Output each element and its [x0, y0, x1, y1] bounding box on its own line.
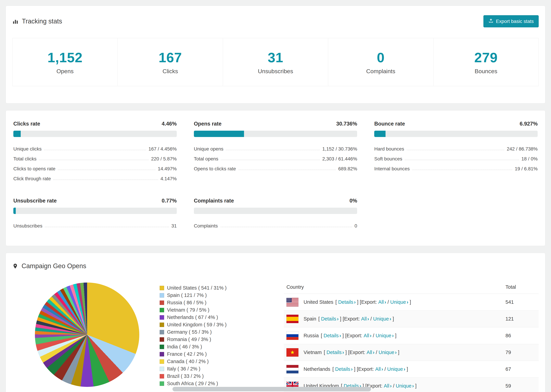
export-all-link[interactable]: All› — [364, 333, 372, 338]
rate-value: 6.927% — [520, 121, 538, 127]
export-unique-link[interactable]: Unique› — [390, 299, 409, 305]
legend-label: United States ( 541 / 31% ) — [167, 285, 226, 291]
export-icon — [488, 18, 494, 24]
export-all-link[interactable]: All› — [367, 350, 374, 355]
legend-label: Romania ( 49 / 3% ) — [167, 336, 211, 342]
bracket-text: [ — [318, 316, 320, 322]
legend-swatch — [160, 345, 164, 349]
rate-progress-bar — [194, 208, 357, 214]
country-name: United States — [304, 299, 333, 305]
export-label-text: ] [Export: — [340, 316, 360, 322]
export-all-link[interactable]: All› — [378, 299, 386, 305]
export-all-link[interactable]: All› — [375, 366, 383, 372]
details-link[interactable]: Details› — [326, 350, 344, 355]
bracket-text: ] — [393, 316, 394, 322]
chevron-right-icon: › — [384, 299, 386, 305]
legend-label: Italy ( 36 / 2% ) — [167, 366, 200, 372]
total-cell: 67 — [503, 361, 539, 378]
rate-head: Bounce rate6.927% — [374, 121, 538, 127]
dotted-leader — [221, 160, 320, 160]
export-label-text: ] [Export: — [354, 366, 374, 372]
legend-swatch — [160, 301, 164, 305]
country-cell: Russia[Details›] [Export:All›/Unique›] — [284, 327, 503, 344]
legend-item: Russia ( 86 / 5% ) — [160, 299, 245, 306]
tracking-stats-header: Tracking stats Export basic stats — [12, 15, 539, 27]
chevron-right-icon: › — [395, 350, 397, 355]
rate-head: Opens rate30.736% — [194, 121, 357, 127]
country-name: Russia — [304, 333, 319, 338]
bracket-text: ] — [398, 350, 399, 355]
stat-value: 279 — [474, 50, 498, 65]
bar-chart-icon — [12, 18, 19, 24]
legend-item: Vietnam ( 79 / 5% ) — [160, 306, 245, 314]
stat-value: 31 — [268, 50, 283, 65]
country-name: Netherlands — [304, 366, 330, 372]
details-link[interactable]: Details› — [324, 333, 341, 338]
stat-box: 1,152Opens — [12, 38, 118, 86]
geo-table-row: Russia[Details›] [Export:All›/Unique›]86 — [284, 327, 539, 344]
rates-grid: Clicks rate4.46%Unique clicks167 / 4.456… — [13, 121, 538, 229]
legend-label: France ( 42 / 2% ) — [167, 351, 207, 357]
dotted-leader — [53, 180, 158, 180]
rate-value: 4.46% — [162, 121, 177, 127]
stat-label: Bounces — [475, 68, 497, 75]
legend-swatch — [160, 381, 164, 386]
rate-value: 0% — [350, 198, 357, 204]
rate-row-value: 19 / 6.81% — [515, 166, 538, 172]
geo-pie-chart — [35, 283, 139, 387]
country-cell: Netherlands[Details›] [Export:All›/Uniqu… — [284, 361, 503, 378]
total-cell: 121 — [503, 311, 539, 327]
geo-title-text: Campaign Geo Opens — [21, 262, 86, 270]
legend-item: Italy ( 36 / 2% ) — [160, 365, 245, 372]
stat-box: 167Clicks — [118, 38, 223, 86]
details-link[interactable]: Details› — [335, 366, 353, 372]
export-basic-stats-button[interactable]: Export basic stats — [483, 15, 539, 27]
dotted-leader — [407, 150, 504, 150]
rate-row: Opens to clicks rate689.82% — [194, 162, 357, 172]
legend-swatch — [160, 359, 164, 364]
rate-row-value: 2,303 / 61.446% — [322, 156, 357, 162]
export-all-link[interactable]: All› — [384, 383, 392, 389]
rate-row-value: 167 / 4.456% — [148, 146, 177, 152]
legend-swatch — [160, 352, 164, 357]
details-link[interactable]: Details› — [338, 299, 356, 305]
country-links: [Details›] [Export:All›/Unique›] — [324, 350, 399, 355]
chevron-right-icon: › — [404, 366, 405, 372]
page: Tracking stats Export basic stats 1,152O… — [0, 0, 551, 392]
legend-label: Vietnam ( 79 / 5% ) — [167, 307, 209, 313]
rate-title: Complaints rate — [194, 198, 234, 204]
rate-progress-bar — [374, 131, 538, 137]
country-cell: United States[Details›] [Export:All›/Uni… — [284, 294, 503, 311]
details-link[interactable]: Details› — [321, 316, 339, 322]
export-unique-link[interactable]: Unique› — [396, 383, 414, 389]
dotted-leader — [44, 150, 146, 150]
export-unique-link[interactable]: Unique› — [376, 333, 394, 338]
rate-progress-fill — [194, 131, 244, 137]
legend-item: United States ( 541 / 31% ) — [160, 284, 245, 292]
export-unique-link[interactable]: Unique› — [387, 366, 405, 372]
legend-swatch — [160, 330, 164, 334]
rate-value: 0.77% — [162, 198, 177, 204]
tracking-stats-card: Tracking stats Export basic stats 1,152O… — [6, 6, 545, 104]
legend-label: Germany ( 55 / 3% ) — [167, 329, 212, 335]
rate-block: Complaints rate0%Complaints0 — [194, 198, 357, 229]
stat-box: 0Complaints — [328, 38, 433, 86]
rate-progress-fill — [13, 131, 21, 137]
export-unique-link[interactable]: Unique› — [373, 316, 391, 322]
bracket-text: [ — [321, 333, 322, 338]
legend-label: Canada ( 40 / 2% ) — [167, 359, 209, 364]
export-all-link[interactable]: All› — [361, 316, 369, 322]
export-label-text: ] [Export: — [342, 333, 362, 338]
country-cell-content: Spain[Details›] [Export:All›/Unique›] — [286, 315, 500, 323]
export-unique-link[interactable]: Unique› — [379, 350, 397, 355]
legend-swatch — [160, 337, 164, 342]
ru-flag-icon — [286, 331, 298, 340]
geo-body: United States ( 541 / 31% )Spain ( 121 /… — [12, 279, 539, 392]
legend-swatch — [160, 286, 164, 290]
total-cell: 79 — [503, 344, 539, 361]
rate-rows: Unique opens1,152 / 30.736%Total opens2,… — [194, 142, 357, 172]
country-cell: Spain[Details›] [Export:All›/Unique›] — [284, 311, 503, 327]
slash-text: / — [376, 350, 377, 355]
horizontal-scrollbar-thumb[interactable] — [172, 387, 371, 391]
rate-row: Clicks to opens rate14.497% — [13, 162, 177, 172]
